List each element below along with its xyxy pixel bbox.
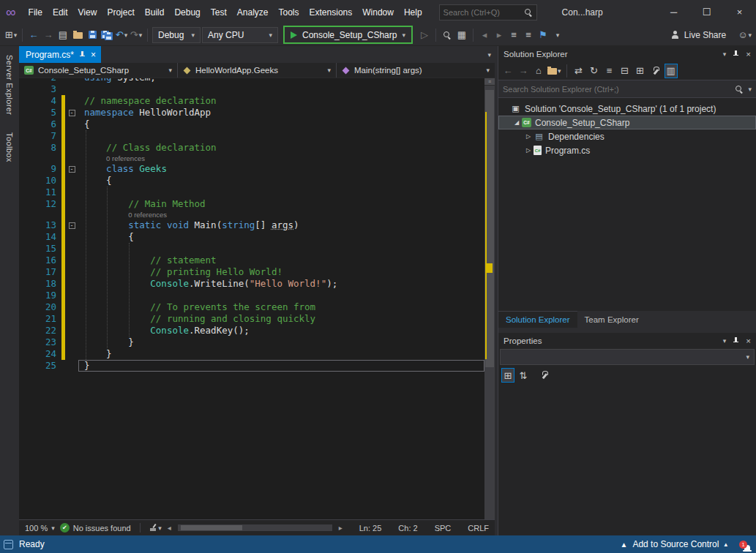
hscroll-left-icon[interactable]: ◂ bbox=[168, 524, 171, 532]
code-text[interactable]: Console.ReadKey(); bbox=[78, 325, 484, 336]
expand-arrow-icon[interactable]: ◢ bbox=[512, 119, 522, 126]
tab-solution-explorer[interactable]: Solution Explorer bbox=[498, 311, 577, 328]
code-text[interactable] bbox=[78, 83, 484, 95]
show-all-files-icon[interactable]: ⊞ bbox=[634, 64, 647, 78]
redo-icon[interactable]: ↷▾ bbox=[130, 28, 143, 42]
toolbar-options-icon[interactable]: ▾ bbox=[551, 28, 564, 42]
code-line-4[interactable]: 4// namespace declaration bbox=[19, 95, 484, 107]
code-line-22[interactable]: 22 Console.ReadKey(); bbox=[19, 325, 484, 336]
member-dropdown[interactable]: Main(string[] args) ▾ bbox=[337, 63, 495, 78]
forward-icon[interactable]: → bbox=[517, 64, 530, 78]
code-text[interactable]: // Class declaration bbox=[78, 142, 484, 154]
find-in-files-icon[interactable] bbox=[441, 28, 454, 42]
solution-search-box[interactable]: ▾ bbox=[498, 80, 756, 98]
properties-object-combo[interactable]: ▾ bbox=[500, 349, 755, 365]
code-line-20[interactable]: 20 // To prevents the screen from bbox=[19, 301, 484, 313]
code-line-19[interactable]: 19 bbox=[19, 290, 484, 301]
pin-icon[interactable] bbox=[733, 50, 739, 58]
menu-analyze[interactable]: Analyze bbox=[232, 4, 274, 20]
codelens-references[interactable]: 0 references bbox=[78, 210, 484, 219]
close-tab-icon[interactable]: × bbox=[91, 50, 96, 60]
solution-search-input[interactable] bbox=[503, 85, 730, 94]
code-text[interactable]: // statement bbox=[78, 255, 484, 266]
code-surface[interactable]: 2using System;34// namespace declaration… bbox=[19, 78, 484, 519]
code-line-3[interactable]: 3 bbox=[19, 83, 484, 95]
indent-decrease-icon[interactable]: ◂ bbox=[478, 28, 491, 42]
scrollbar-track[interactable] bbox=[484, 86, 495, 519]
fold-toggle-icon[interactable]: - bbox=[69, 110, 75, 116]
codelens-references[interactable]: 0 references bbox=[78, 154, 484, 163]
code-text[interactable]: { bbox=[78, 175, 484, 187]
code-text[interactable] bbox=[78, 187, 484, 198]
menu-extensions[interactable]: Extensions bbox=[304, 4, 358, 20]
spaces-indicator[interactable]: SPC bbox=[435, 524, 452, 533]
sync-with-active-document-icon[interactable]: ⇄ bbox=[572, 64, 585, 78]
code-text[interactable]: } bbox=[78, 348, 484, 360]
solution-configuration-combo[interactable]: Debug▾ bbox=[152, 27, 201, 43]
code-editor[interactable]: 2using System;34// namespace declaration… bbox=[19, 78, 495, 519]
bookmark-icon[interactable]: ⚑ bbox=[536, 28, 550, 42]
menu-build[interactable]: Build bbox=[140, 4, 170, 20]
tree-item-console-setup-csharp[interactable]: ◢C#Console_Setup_CSharp bbox=[498, 116, 756, 129]
background-tasks-icon[interactable] bbox=[4, 540, 13, 549]
solution-explorer-header[interactable]: Solution Explorer ▾ × bbox=[498, 46, 756, 61]
add-item-icon[interactable]: ⊞▾ bbox=[4, 28, 18, 42]
close-button[interactable]: × bbox=[723, 0, 756, 24]
home-icon[interactable]: ⌂ bbox=[532, 64, 545, 78]
type-dropdown[interactable]: HelloWorldApp.Geeks ▾ bbox=[178, 63, 337, 78]
start-debugging-button[interactable]: Console_Setup_CSharp ▾ bbox=[283, 26, 413, 44]
code-line-11[interactable]: 11 bbox=[19, 187, 484, 198]
code-text[interactable] bbox=[78, 290, 484, 301]
new-project-icon[interactable]: ▤ bbox=[56, 28, 70, 42]
code-text[interactable]: // Main Method bbox=[78, 198, 484, 210]
add-to-source-control-button[interactable]: Add to Source Control bbox=[632, 539, 719, 549]
solution-windows-icon[interactable]: ▦ bbox=[455, 28, 468, 42]
code-line-13[interactable]: 13- static void Main(string[] args) bbox=[19, 219, 484, 231]
document-list-icon[interactable]: ▾ bbox=[487, 51, 491, 59]
code-text[interactable] bbox=[78, 243, 484, 255]
code-line-7[interactable]: 7 bbox=[19, 130, 484, 142]
search-options-icon[interactable]: ▾ bbox=[748, 86, 752, 93]
hscroll-right-icon[interactable]: ▸ bbox=[339, 524, 343, 532]
code-text[interactable] bbox=[78, 130, 484, 142]
properties-header[interactable]: Properties ▾ × bbox=[498, 333, 756, 348]
source-control-caret-icon[interactable]: ▴ bbox=[724, 541, 727, 548]
code-text[interactable]: Console.WriteLine("Hello World!"); bbox=[78, 278, 484, 290]
hscroll-thumb[interactable] bbox=[181, 525, 242, 530]
code-text[interactable]: { bbox=[78, 231, 484, 243]
code-line-25[interactable]: 25} bbox=[19, 360, 484, 372]
document-tab-program-cs[interactable]: Program.cs* × bbox=[19, 46, 101, 63]
window-position-icon[interactable]: ▾ bbox=[723, 50, 727, 58]
fold-toggle-icon[interactable]: - bbox=[69, 166, 75, 173]
navigate-forward-icon[interactable]: → bbox=[42, 28, 55, 42]
column-indicator[interactable]: Ch: 2 bbox=[398, 524, 417, 533]
menu-debug[interactable]: Debug bbox=[169, 4, 205, 20]
tree-item-solution-console-setup-csharp-1-of-1-pro[interactable]: ▣Solution 'Console_Setup_CSharp' (1 of 1… bbox=[498, 102, 756, 116]
code-line-9[interactable]: 9- class Geeks bbox=[19, 163, 484, 175]
save-icon[interactable] bbox=[86, 28, 99, 42]
code-line-15[interactable]: 15 bbox=[19, 243, 484, 255]
collapse-arrow-icon[interactable]: ▷ bbox=[523, 133, 534, 140]
collapse-all-icon[interactable]: ⊟ bbox=[618, 64, 632, 78]
code-text[interactable]: // printing Hello World! bbox=[78, 266, 484, 278]
code-text[interactable]: } bbox=[78, 360, 484, 372]
solution-platform-combo[interactable]: Any CPU▾ bbox=[202, 27, 278, 43]
code-line-16[interactable]: 16 // statement bbox=[19, 255, 484, 266]
tree-item-program-cs[interactable]: ▷C#Program.cs bbox=[498, 143, 756, 157]
code-text[interactable]: static void Main(string[] args) bbox=[78, 219, 484, 231]
preview-selected-items-icon[interactable]: ▥ bbox=[665, 64, 678, 78]
zoom-control[interactable]: 100 %▾ bbox=[25, 524, 55, 533]
indent-increase-icon[interactable]: ▸ bbox=[493, 28, 506, 42]
code-cleanup-icon[interactable]: ▾ bbox=[149, 521, 162, 535]
nest-files-icon[interactable]: ≡ bbox=[603, 64, 616, 78]
switch-views-icon[interactable]: ▾ bbox=[547, 64, 561, 78]
tree-item-dependencies[interactable]: ▷▤Dependencies bbox=[498, 129, 756, 143]
code-line-17[interactable]: 17 // printing Hello World! bbox=[19, 266, 484, 278]
menu-test[interactable]: Test bbox=[206, 4, 232, 20]
code-line-21[interactable]: 21 // running and closing quickly bbox=[19, 313, 484, 325]
close-panel-icon[interactable]: × bbox=[746, 336, 751, 345]
quick-search-input[interactable] bbox=[444, 8, 524, 17]
code-line-18[interactable]: 18 Console.WriteLine("Hello World!"); bbox=[19, 278, 484, 290]
property-pages-icon[interactable] bbox=[538, 368, 551, 383]
refresh-icon[interactable]: ↻ bbox=[588, 64, 601, 78]
